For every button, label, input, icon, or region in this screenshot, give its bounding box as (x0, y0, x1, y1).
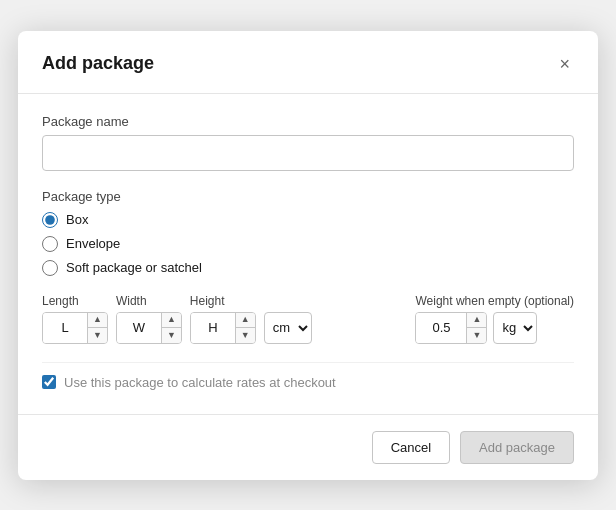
radio-box-input[interactable] (42, 212, 58, 228)
dialog-header: Add package × (18, 31, 598, 94)
length-group: Length ▲ ▼ (42, 294, 108, 344)
radio-envelope-input[interactable] (42, 236, 58, 252)
unit-select[interactable]: cm in (264, 312, 312, 344)
close-button[interactable]: × (555, 51, 574, 77)
width-spinner: ▲ ▼ (116, 312, 182, 344)
package-type-group: Package type Box Envelope Soft package o… (42, 189, 574, 276)
length-label: Length (42, 294, 108, 308)
dialog-footer: Cancel Add package (18, 414, 598, 480)
height-spinner: ▲ ▼ (190, 312, 256, 344)
package-type-radio-group: Box Envelope Soft package or satchel (42, 212, 574, 276)
weight-down-button[interactable]: ▼ (467, 328, 486, 343)
package-name-input[interactable] (42, 135, 574, 171)
add-package-dialog: Add package × Package name Package type … (18, 31, 598, 480)
package-name-label: Package name (42, 114, 574, 129)
package-type-label: Package type (42, 189, 574, 204)
add-package-button[interactable]: Add package (460, 431, 574, 464)
unit-select-wrapper: cm in (264, 312, 312, 344)
radio-envelope[interactable]: Envelope (42, 236, 574, 252)
weight-spinner: ▲ ▼ (415, 312, 487, 344)
width-label: Width (116, 294, 182, 308)
weight-group: Weight when empty (optional) ▲ ▼ kg lb (415, 294, 574, 344)
radio-satchel-input[interactable] (42, 260, 58, 276)
weight-spinner-btns: ▲ ▼ (466, 313, 486, 343)
weight-label: Weight when empty (optional) (415, 294, 574, 308)
width-input[interactable] (117, 313, 161, 343)
radio-satchel[interactable]: Soft package or satchel (42, 260, 574, 276)
length-up-button[interactable]: ▲ (88, 313, 107, 329)
height-up-button[interactable]: ▲ (236, 313, 255, 329)
height-down-button[interactable]: ▼ (236, 328, 255, 343)
length-input[interactable] (43, 313, 87, 343)
radio-box[interactable]: Box (42, 212, 574, 228)
dialog-title: Add package (42, 53, 154, 74)
width-up-button[interactable]: ▲ (162, 313, 181, 329)
length-spinner: ▲ ▼ (42, 312, 108, 344)
package-name-group: Package name (42, 114, 574, 171)
height-group: Height ▲ ▼ (190, 294, 256, 344)
weight-up-button[interactable]: ▲ (467, 313, 486, 329)
cancel-button[interactable]: Cancel (372, 431, 450, 464)
checkbox-row: Use this package to calculate rates at c… (42, 362, 574, 394)
weight-label-col: Weight when empty (optional) ▲ ▼ kg lb (415, 294, 574, 344)
length-spinner-btns: ▲ ▼ (87, 313, 107, 343)
width-group: Width ▲ ▼ (116, 294, 182, 344)
weight-unit-select[interactable]: kg lb (493, 312, 537, 344)
radio-box-label: Box (66, 212, 88, 227)
width-down-button[interactable]: ▼ (162, 328, 181, 343)
length-down-button[interactable]: ▼ (88, 328, 107, 343)
weight-input[interactable] (416, 313, 466, 343)
height-label: Height (190, 294, 256, 308)
radio-envelope-label: Envelope (66, 236, 120, 251)
width-spinner-btns: ▲ ▼ (161, 313, 181, 343)
radio-satchel-label: Soft package or satchel (66, 260, 202, 275)
dialog-body: Package name Package type Box Envelope S… (18, 94, 598, 414)
calculate-rates-label[interactable]: Use this package to calculate rates at c… (64, 375, 336, 390)
height-spinner-btns: ▲ ▼ (235, 313, 255, 343)
dimensions-row: Length ▲ ▼ Width ▲ ▼ (42, 294, 574, 344)
calculate-rates-checkbox[interactable] (42, 375, 56, 389)
height-input[interactable] (191, 313, 235, 343)
